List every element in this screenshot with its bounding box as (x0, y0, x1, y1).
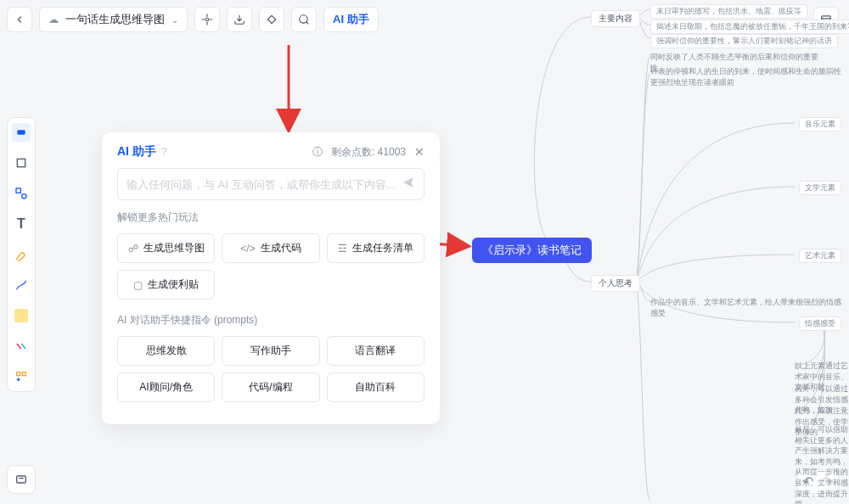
svg-point-1 (300, 15, 307, 23)
document-title: 一句话生成思维导图 (65, 12, 165, 27)
mindmap-node-emo[interactable]: 情感感受 (799, 316, 841, 331)
search-button[interactable] (291, 7, 317, 32)
svg-point-6 (22, 194, 26, 199)
ai-panel-title: AI 助手 (117, 144, 156, 160)
section-label-prompts: AI 对话助手快捷指令 (prompts) (117, 313, 424, 328)
mindmap-leaf[interactable]: 最后，可以借助相关让更多的人产生强解决方案来，如考共鸣，从而提一步推的音乐、文学… (795, 424, 849, 504)
tool-shape[interactable] (12, 184, 31, 203)
layers-icon (14, 473, 28, 486)
mindmap-node-think[interactable]: 个人思考 (591, 275, 640, 292)
mindmap-root-node[interactable]: 《启示录》读书笔记 (472, 238, 592, 263)
search-icon (298, 14, 310, 25)
section-label-popular: 解锁更多热门玩法 (117, 210, 424, 225)
cloud-icon: ☁ (48, 14, 59, 25)
curve-icon (14, 278, 28, 292)
help-icon[interactable]: ? (161, 146, 167, 158)
download-icon (233, 14, 245, 25)
tool-sticky[interactable] (12, 306, 31, 325)
ai-panel-header: AI 助手 ? ⓘ 剩余点数: 41003 ✕ (117, 144, 424, 160)
code-icon: </> (240, 243, 255, 255)
svg-rect-7 (17, 372, 20, 376)
ai-assistant-link[interactable]: AI 助手 (323, 7, 379, 32)
crop-icon (14, 156, 28, 170)
svg-rect-8 (22, 372, 25, 376)
tool-frame[interactable] (12, 154, 31, 172)
svg-rect-5 (16, 188, 20, 193)
ai-input-container (117, 168, 424, 200)
svg-line-2 (306, 22, 308, 24)
mindmap-leaf[interactable]: 揭述末日敬期，包括恶魔的被放任重轭，千年王国的到来等 (650, 20, 849, 34)
arrow-annotation-1 (238, 41, 306, 134)
send-icon (402, 176, 415, 189)
gen-tasklist-button[interactable]: ☲生成任务清单 (327, 233, 424, 263)
tool-text[interactable]: T (12, 215, 31, 233)
add-grid-icon (14, 370, 28, 384)
mindmap-node-lit[interactable]: 文学元素 (799, 181, 841, 195)
close-button[interactable]: ✕ (414, 145, 424, 159)
mindmap-node-music[interactable]: 音乐元素 (799, 117, 841, 132)
document-title-dropdown[interactable]: ☁ 一句话生成思维导图 ⌄ (39, 7, 188, 32)
shapes-icon (14, 187, 28, 200)
mindmap-leaf[interactable]: 钟表的停顿和人的生日的到来，使时间感和生命的脆弱性更强烈地呈现在读者眼前 (650, 66, 846, 87)
tag-icon (266, 14, 278, 25)
layers-button[interactable] (7, 465, 36, 494)
svg-rect-4 (17, 159, 25, 166)
prompt-translate-button[interactable]: 语言翻译 (327, 336, 424, 366)
back-button[interactable] (7, 7, 32, 32)
mindmap-node-main[interactable]: 主要内容 (591, 10, 640, 27)
ai-prompt-input[interactable] (127, 178, 402, 191)
svg-point-0 (205, 18, 209, 21)
tool-add[interactable] (12, 367, 31, 386)
credits-label: 剩余点数: 41003 (331, 145, 406, 160)
svg-rect-3 (17, 130, 25, 134)
swap-icon (14, 339, 28, 353)
export-button[interactable] (227, 7, 252, 32)
gen-mindmap-button[interactable]: ☍生成思维导图 (117, 233, 215, 263)
tool-connector[interactable] (12, 276, 31, 294)
prompt-code-button[interactable]: 代码/编程 (222, 372, 319, 402)
prompt-consultant-button[interactable]: AI顾问/角色 (117, 372, 215, 402)
tool-swap[interactable] (12, 337, 31, 356)
mindmap-icon: ☍ (128, 243, 138, 255)
mindmap-canvas[interactable]: 《启示录》读书笔记 主要内容 个人思考 末日审判的描写，包括洪水、地震、瘟疫等 … (472, 0, 849, 504)
gen-sticky-button[interactable]: ▢生成便利贴 (117, 270, 215, 300)
sticky-icon: ▢ (133, 279, 143, 291)
info-icon: ⓘ (312, 145, 323, 160)
pen-icon (14, 248, 28, 261)
tool-pen[interactable] (12, 245, 31, 264)
settings-button[interactable] (194, 7, 220, 32)
left-toolbar: T (7, 117, 36, 392)
text-icon: T (17, 216, 25, 232)
mindmap-node-art[interactable]: 艺术元素 (799, 249, 841, 263)
gear-icon (201, 14, 213, 25)
tag-button[interactable] (259, 7, 284, 32)
chevron-down-icon: ⌄ (171, 15, 178, 25)
sticky-note-icon (14, 309, 28, 322)
prompt-divergent-button[interactable]: 思维发散 (117, 336, 215, 366)
gen-code-button[interactable]: </>生成代码 (222, 233, 319, 263)
mindmap-leaf[interactable]: 末日审判的描写，包括洪水、地震、瘟疫等 (650, 4, 807, 19)
ai-assistant-panel: AI 助手 ? ⓘ 剩余点数: 41003 ✕ 解锁更多热门玩法 ☍生成思维导图… (102, 132, 440, 424)
mindmap-leaf[interactable]: 强调时信仰的重要性，警示人们要时刻铭记神的话语 (650, 34, 838, 48)
chevron-left-icon (14, 14, 25, 25)
prompt-wiki-button[interactable]: 自助百科 (327, 372, 424, 402)
prompt-writing-button[interactable]: 写作助手 (222, 336, 319, 366)
send-button[interactable] (402, 176, 415, 193)
top-toolbar: ☁ 一句话生成思维导图 ⌄ AI 助手 (7, 7, 379, 32)
checklist-icon: ☲ (338, 243, 347, 255)
svg-rect-9 (17, 476, 26, 483)
tool-node[interactable] (12, 123, 31, 142)
mindmap-leaf[interactable]: 作品中的音乐、文学和艺术元素，给人带来很强烈的情感感受 (650, 297, 846, 318)
